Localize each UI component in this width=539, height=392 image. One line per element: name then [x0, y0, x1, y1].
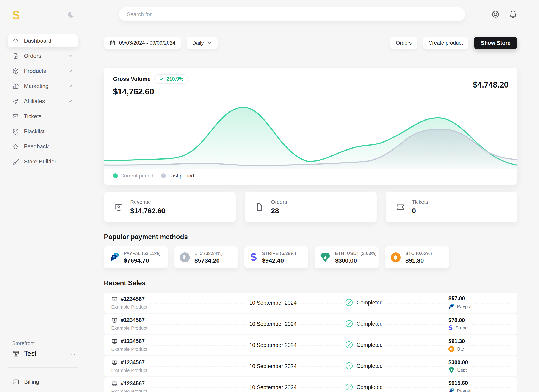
order-product: Example Product	[111, 389, 148, 392]
sale-row[interactable]: #1234567 Example Product 10 September 20…	[104, 356, 517, 376]
brush-icon	[12, 158, 19, 165]
ticket-icon	[12, 113, 19, 120]
stat-value: 0	[412, 207, 428, 215]
interval-label: Daily	[192, 40, 204, 46]
show-store-button[interactable]: Show Store	[474, 37, 517, 49]
interval-select[interactable]: Daily	[187, 37, 217, 49]
check-circle-icon	[345, 298, 353, 307]
sale-row[interactable]: #1234567 Example Product 10 September 20…	[104, 335, 517, 355]
cash-icon	[114, 202, 123, 212]
sale-status: Completed	[357, 363, 383, 369]
sidebar-item-tickets[interactable]: Tickets	[8, 110, 78, 122]
sale-method: Btc	[457, 346, 464, 352]
sidebar-item-orders[interactable]: Orders	[8, 50, 78, 62]
sale-row[interactable]: #1234567 Example Product 10 September 20…	[104, 293, 517, 313]
sidebar-item-blacklist[interactable]: Blacklist	[8, 125, 78, 138]
bitcoin-icon: ฿	[448, 346, 454, 352]
help-lifering-icon[interactable]	[491, 10, 500, 19]
sidebar-item-marketing[interactable]: Marketing	[8, 80, 78, 92]
storefront-menu-button[interactable]: ···	[68, 352, 76, 355]
sale-method: Paypal	[457, 304, 471, 310]
stat-label: Revenue	[130, 199, 165, 205]
order-id: #1234567	[121, 317, 145, 323]
sale-amount: $70.00	[448, 317, 468, 324]
sale-amount-cell: $91.30 ฿Btc	[445, 338, 510, 353]
sidebar-item-label: Orders	[24, 53, 41, 59]
cash-icon	[111, 317, 118, 323]
box-icon	[12, 68, 19, 75]
sale-row[interactable]: #1234567 Example Product 10 September 20…	[104, 314, 517, 334]
sidebar-item-feedback[interactable]: Feedback	[8, 140, 78, 153]
paypal-icon: PP	[110, 252, 119, 263]
stat-label: Tickets	[412, 199, 428, 205]
sale-order-cell: #1234567 Example Product	[111, 380, 204, 392]
date-range-label: 09/03/2024 - 09/09/2024	[119, 40, 175, 46]
notifications-bell-icon[interactable]	[509, 10, 517, 19]
sidebar-item-label: Affiliates	[24, 98, 45, 105]
payment-card-usdt: ₮ETH_USDT (2.03%) $300.00	[315, 247, 379, 268]
stats-row: Revenue $14,762.60Orders 28Tickets 0	[104, 192, 517, 222]
stripe-icon: S	[448, 325, 453, 330]
payment-value: $91.30	[405, 257, 432, 264]
cash-icon	[111, 380, 118, 387]
sale-status-cell: Completed	[342, 361, 428, 371]
sale-order-cell: #1234567 Example Product	[111, 338, 204, 353]
sidebar-item-affiliates[interactable]: Affiliates	[8, 95, 78, 107]
search-input[interactable]	[119, 7, 465, 21]
sale-order-cell: #1234567 Example Product	[111, 295, 204, 310]
cash-icon	[111, 359, 118, 365]
sidebar: S DashboardOrdersProductsMarketingAffili…	[0, 0, 91, 392]
file-icon	[255, 202, 264, 212]
create-product-button[interactable]: Create product	[423, 37, 468, 49]
check-circle-icon	[345, 319, 353, 328]
sale-amount: $915.60	[448, 380, 471, 386]
sidebar-item-billing[interactable]: Billing	[8, 378, 78, 386]
sidebar-item-label: Marketing	[24, 83, 48, 89]
sale-order-cell: #1234567 Example Product	[111, 358, 204, 374]
calendar-icon	[110, 40, 116, 46]
payment-label: LTC (38.84%)	[194, 251, 223, 256]
storefront-name: Test	[24, 350, 36, 358]
gross-volume-card: Gross Volume 210.9% $14,762.60 $4,748.20	[104, 68, 517, 185]
stripe-icon: S	[250, 253, 257, 262]
date-range-picker[interactable]: 09/03/2024 - 09/09/2024	[104, 37, 181, 49]
payment-label: STRIPE (6.38%)	[262, 251, 296, 256]
legend-dot	[161, 173, 166, 178]
sidebar-item-store-builder[interactable]: Store Builder	[8, 155, 78, 168]
payment-card-paypal: PPPAYPAL (52.12%) $7694.70	[104, 247, 168, 268]
ticket-icon	[396, 202, 405, 212]
sale-status-cell: Completed	[342, 298, 428, 307]
storefront-selector[interactable]: Test ···	[8, 350, 78, 358]
file-icon	[12, 52, 19, 59]
sale-amount-cell: $915.60 PPPaypal	[445, 379, 510, 392]
sidebar-item-dashboard[interactable]: Dashboard	[8, 34, 78, 47]
cash-icon	[111, 338, 118, 344]
area-chart[interactable]	[104, 98, 517, 169]
sale-amount: $57.00	[448, 295, 471, 302]
sale-date-cell: 10 September 2024	[204, 384, 342, 391]
stat-card-tickets: Tickets 0	[386, 192, 517, 222]
sidebar-item-label: Store Builder	[24, 158, 56, 165]
star-icon	[12, 143, 19, 150]
sale-method: Usdt	[457, 368, 467, 373]
payment-card-stripe: SSTRIPE (6.38%) $942.40	[245, 247, 308, 268]
billing-label: Billing	[24, 379, 39, 385]
dark-mode-toggle[interactable]	[66, 10, 75, 20]
legend-label: Current period	[120, 173, 153, 179]
sale-row[interactable]: #1234567 Example Product 10 September 20…	[104, 377, 517, 392]
sale-date: 10 September 2024	[246, 299, 300, 306]
orders-button[interactable]: Orders	[390, 37, 417, 49]
sale-amount-cell: $70.00 SStripe	[445, 317, 510, 331]
sale-status: Completed	[357, 321, 383, 327]
stat-card-orders: Orders 28	[245, 192, 376, 222]
chevron-down-icon	[67, 99, 74, 104]
chevron-down-icon	[67, 53, 74, 58]
trend-up-icon	[159, 77, 164, 82]
sale-date: 10 September 2024	[246, 342, 300, 349]
sidebar-item-products[interactable]: Products	[8, 65, 78, 77]
home-icon	[12, 37, 19, 44]
topbar-icons	[491, 10, 517, 19]
litecoin-icon: Ł	[180, 252, 190, 262]
chart-title: Gross Volume	[113, 76, 150, 82]
paypal-icon: PP	[448, 303, 454, 310]
